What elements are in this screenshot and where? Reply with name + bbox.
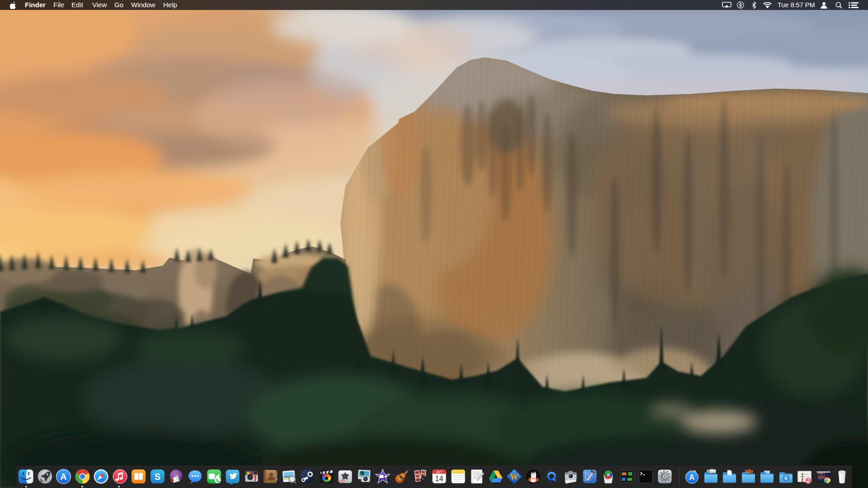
svg-text:14: 14	[435, 475, 443, 483]
svg-text:W: W	[510, 473, 519, 482]
svg-text:A: A	[60, 472, 66, 482]
svg-text:S: S	[154, 471, 160, 482]
svg-text:OCT: OCT	[436, 470, 443, 474]
svg-text:A: A	[689, 473, 695, 482]
